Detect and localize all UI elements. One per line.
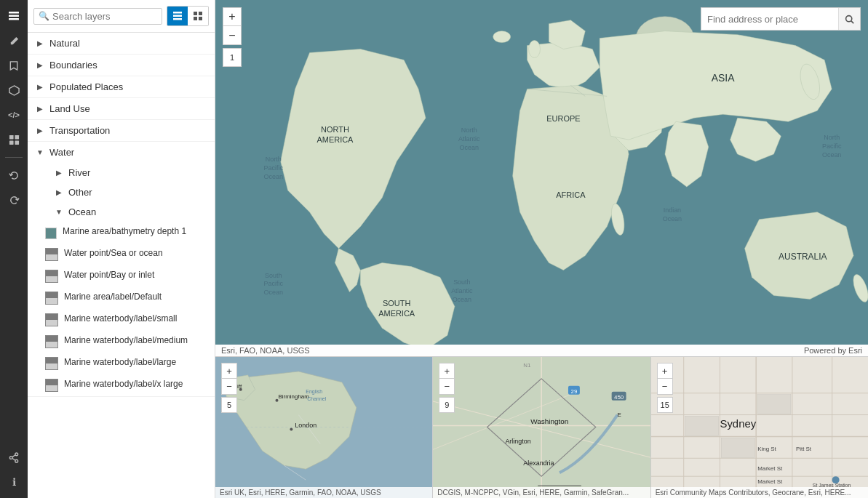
svg-text:AUSTRALIA: AUSTRALIA (779, 252, 827, 262)
layer-sub-other[interactable]: ▶ Other (28, 182, 215, 202)
layer-group-transportation: ▶ Transportation (28, 120, 215, 142)
svg-text:Atlantic: Atlantic (458, 135, 480, 142)
svg-text:Pacific: Pacific (264, 164, 284, 172)
uk-zoom-in-btn[interactable]: + (221, 363, 237, 379)
chevron-populated-icon: ▶ (35, 82, 45, 92)
marine-large-swatch (45, 357, 58, 370)
layer-group-water-header[interactable]: ▼ Water (28, 142, 215, 163)
svg-rect-15 (173, 18, 182, 20)
svg-text:Pacific: Pacific (264, 280, 284, 287)
marine-default-label: Marine area/label/Default (64, 292, 162, 303)
svg-rect-6 (9, 140, 13, 145)
uk-mini-map[interactable]: London Birmingham Cardiff English Channe… (215, 357, 432, 498)
sydney-zoom-out-btn[interactable]: − (657, 379, 673, 395)
uk-map-svg: London Birmingham Cardiff English Channe… (215, 357, 432, 498)
layer-group-natural-header[interactable]: ▶ Natural (28, 33, 215, 54)
ocean-item-water-bay[interactable]: Water point/Bay or inlet (28, 265, 215, 287)
uk-zoom-out-btn[interactable]: − (221, 379, 237, 395)
svg-text:E: E (618, 411, 621, 418)
layers-panel: 🔍 ▶ (28, 0, 215, 498)
svg-text:Ocean: Ocean (453, 296, 471, 303)
layers-toolbar-icon[interactable] (4, 6, 24, 26)
ocean-item-marine-xlarge[interactable]: Marine waterbody/label/x large (28, 374, 215, 396)
ocean-item-marine-medium[interactable]: Marine waterbody/label/medium (28, 331, 215, 353)
chevron-other-icon: ▶ (54, 188, 64, 198)
layer-group-land-use: ▶ Land Use (28, 98, 215, 120)
layer-group-land-use-header[interactable]: ▶ Land Use (28, 98, 215, 119)
svg-text:Ocean: Ocean (663, 215, 682, 222)
share-toolbar-icon[interactable] (4, 447, 24, 467)
main-map[interactable]: NORTH AMERICA SOUTH AMERICA EUROPE AFRIC… (215, 0, 868, 345)
svg-text:Alexandria: Alexandria (524, 459, 554, 467)
dc-zoom-in-btn[interactable]: + (439, 363, 455, 379)
grid-view-btn[interactable] (188, 7, 208, 25)
list-view-btn[interactable] (167, 7, 188, 25)
marine-medium-swatch (45, 335, 58, 348)
attribution-right: Powered by Esri (804, 346, 862, 355)
svg-text:Market St: Market St (757, 478, 783, 485)
layer-sub-ocean-header[interactable]: ▼ Ocean (28, 202, 215, 222)
layers-list: ▶ Natural ▶ Boundaries ▶ Populated Place… (28, 33, 215, 498)
search-layers-input[interactable] (52, 11, 157, 22)
ocean-item-marine-small[interactable]: Marine waterbody/label/small (28, 309, 215, 331)
main-zoom-in-btn[interactable]: + (223, 7, 242, 26)
ocean-item-marine-default[interactable]: Marine area/label/Default (28, 287, 215, 309)
bookmark-toolbar-icon[interactable] (4, 55, 24, 76)
svg-text:South: South (453, 278, 470, 286)
svg-rect-0 (9, 12, 19, 14)
svg-point-25 (529, 41, 541, 58)
map-search-btn[interactable] (838, 8, 860, 30)
svg-line-11 (12, 454, 15, 457)
svg-rect-4 (9, 134, 13, 139)
code-toolbar-icon[interactable]: </> (4, 105, 24, 125)
marine-default-swatch (45, 292, 58, 305)
sydney-zoom-level: 15 (657, 397, 673, 413)
svg-text:North: North (266, 156, 282, 163)
svg-text:North: North (824, 134, 840, 141)
natural-label: Natural (49, 38, 80, 49)
main-zoom-out-btn[interactable]: − (223, 26, 242, 45)
world-map-svg: NORTH AMERICA SOUTH AMERICA EUROPE AFRIC… (215, 0, 868, 345)
ocean-item-bathymetry[interactable]: Marine area/bathymetry depth 1 (28, 222, 215, 244)
svg-text:Washington: Washington (531, 417, 569, 425)
layer-sub-river[interactable]: ▶ River (28, 163, 215, 182)
svg-text:N1: N1 (524, 362, 532, 369)
undo-toolbar-icon[interactable] (4, 165, 24, 185)
svg-rect-17 (199, 12, 202, 15)
sydney-map-controls: + − 15 (657, 363, 673, 413)
marine-small-swatch (45, 313, 58, 326)
dc-zoom-out-btn[interactable]: − (439, 379, 455, 395)
ocean-item-water-sea[interactable]: Water point/Sea or ocean (28, 244, 215, 265)
chevron-land-use-icon: ▶ (35, 104, 45, 114)
analysis-toolbar-icon[interactable] (4, 80, 24, 100)
ocean-item-marine-large[interactable]: Marine waterbody/label/large (28, 353, 215, 374)
search-box[interactable]: 🔍 (33, 8, 162, 25)
svg-text:NORTH: NORTH (321, 125, 349, 134)
marine-xlarge-swatch (45, 379, 58, 392)
marine-medium-label: Marine waterbody/label/medium (64, 335, 188, 347)
find-address-input[interactable] (701, 10, 838, 28)
water-bay-swatch (45, 270, 58, 283)
svg-point-8 (15, 452, 18, 455)
svg-text:Market St: Market St (757, 465, 783, 472)
water-sea-swatch (45, 248, 58, 261)
info-toolbar-icon[interactable]: ℹ (4, 472, 24, 492)
svg-point-54 (846, 15, 852, 21)
layer-group-natural: ▶ Natural (28, 33, 215, 55)
layer-group-boundaries-header[interactable]: ▶ Boundaries (28, 55, 215, 76)
dc-mini-map[interactable]: Washington Arlington Alexandria E 29 450… (432, 357, 650, 498)
svg-rect-7 (15, 140, 19, 145)
chevron-water-icon: ▼ (35, 148, 45, 158)
chevron-river-icon: ▶ (54, 168, 64, 178)
edit-toolbar-icon[interactable] (4, 31, 24, 51)
sydney-attribution: Esri Community Maps Contributors, Geocra… (651, 487, 868, 498)
sydney-mini-map[interactable]: Sydney King St Market St Market St Pitt … (650, 357, 868, 498)
layer-group-populated-places-header[interactable]: ▶ Populated Places (28, 76, 215, 97)
uk-zoom-level: 5 (221, 397, 237, 413)
sydney-zoom-in-btn[interactable]: + (657, 363, 673, 379)
search-icon: 🔍 (39, 11, 49, 21)
widgets-toolbar-icon[interactable] (4, 129, 24, 150)
layer-group-transportation-header[interactable]: ▶ Transportation (28, 120, 215, 141)
svg-text:Pacific: Pacific (822, 142, 842, 150)
redo-toolbar-icon[interactable] (4, 190, 24, 210)
